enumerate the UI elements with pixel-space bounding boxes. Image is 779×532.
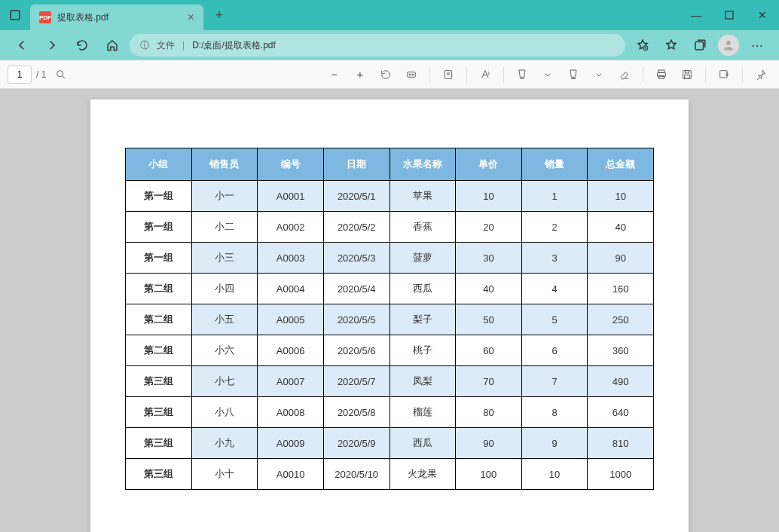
table-cell: A0007 [258, 366, 324, 397]
table-cell: 第二组 [126, 335, 192, 366]
table-cell: 810 [588, 428, 654, 459]
table-cell: 60 [456, 335, 522, 366]
table-cell: 2020/5/2 [323, 212, 390, 243]
forward-button[interactable] [39, 32, 65, 58]
favorite-button[interactable] [630, 32, 655, 58]
table-cell: 第三组 [126, 397, 192, 428]
menu-button[interactable]: ⋯ [744, 32, 770, 58]
table-row: 第一组小一A00012020/5/1苹果10110 [126, 181, 654, 212]
info-icon: ⓘ [140, 39, 149, 52]
title-bar: PDF 提取表格.pdf × + — ✕ [0, 0, 779, 30]
table-cell: 7 [521, 366, 588, 397]
table-row: 第二组小五A00052020/5/5梨子505250 [126, 304, 654, 335]
svg-rect-6 [408, 72, 416, 77]
table-header: 小组 [126, 148, 192, 181]
save-button[interactable] [677, 64, 698, 85]
url-info-label: 文件 [157, 39, 175, 52]
browser-tab[interactable]: PDF 提取表格.pdf × [30, 5, 203, 30]
table-cell: 西瓜 [390, 274, 456, 304]
search-icon[interactable] [50, 64, 72, 85]
favorites-list-button[interactable] [658, 32, 684, 58]
svg-rect-0 [11, 11, 20, 20]
table-cell: 2020/5/10 [323, 459, 390, 490]
table-cell: 榴莲 [390, 397, 456, 428]
fit-page-button[interactable] [401, 64, 422, 85]
read-aloud-button[interactable] [475, 64, 496, 85]
chevron-down-icon[interactable] [537, 64, 558, 85]
table-row: 第三组小九A00092020/5/9西瓜909810 [126, 428, 654, 459]
table-cell: 640 [588, 397, 654, 428]
table-row: 第三组小七A00072020/5/7凤梨707490 [126, 366, 654, 397]
close-tab-icon[interactable]: × [188, 11, 194, 24]
table-cell: 第二组 [126, 274, 192, 304]
table-cell: 90 [588, 243, 654, 274]
table-header: 水果名称 [390, 148, 456, 181]
table-cell: 20 [456, 212, 522, 243]
svg-rect-15 [685, 75, 690, 78]
svg-point-7 [409, 74, 411, 75]
minimize-button[interactable]: — [680, 0, 713, 30]
zoom-out-button[interactable]: − [324, 64, 345, 85]
table-cell: A0001 [258, 181, 324, 212]
collections-button[interactable] [687, 32, 713, 58]
profile-button[interactable] [716, 32, 741, 58]
table-cell: 6 [521, 335, 588, 366]
table-cell: 小二 [191, 212, 258, 243]
pdf-viewport[interactable]: 小组销售员编号日期水果名称单价销量总金额 第一组小一A00012020/5/1苹… [0, 89, 779, 532]
home-button[interactable] [99, 32, 125, 58]
highlight-button[interactable] [512, 64, 533, 85]
table-cell: 凤梨 [390, 366, 456, 397]
erase-button[interactable] [614, 64, 635, 85]
svg-rect-10 [658, 70, 664, 72]
maximize-button[interactable] [713, 0, 746, 30]
new-tab-button[interactable]: + [208, 4, 231, 26]
table-header: 总金额 [588, 148, 654, 181]
table-cell: 2020/5/1 [323, 181, 390, 212]
pdf-file-icon: PDF [39, 11, 51, 23]
svg-rect-1 [726, 11, 733, 19]
table-cell: 2 [521, 212, 588, 243]
svg-rect-3 [695, 42, 704, 50]
refresh-button[interactable] [69, 32, 95, 58]
table-cell: 小一 [191, 181, 258, 212]
zoom-in-button[interactable]: + [350, 64, 371, 85]
close-window-button[interactable]: ✕ [746, 0, 779, 30]
table-cell: 小五 [191, 304, 258, 335]
table-cell: 2020/5/8 [323, 397, 390, 428]
table-cell: 西瓜 [390, 428, 456, 459]
table-cell: 2020/5/4 [323, 274, 390, 304]
table-cell: 第二组 [126, 304, 192, 335]
draw-button[interactable] [563, 64, 584, 85]
chevron-down-icon[interactable] [588, 64, 609, 85]
table-cell: 10 [456, 181, 522, 212]
table-cell: 70 [456, 366, 522, 397]
url-bar[interactable]: ⓘ 文件 | D:/桌面/提取表格.pdf [130, 34, 625, 57]
table-cell: A0004 [258, 274, 324, 304]
data-table: 小组销售员编号日期水果名称单价销量总金额 第一组小一A00012020/5/1苹… [125, 148, 654, 490]
table-cell: 小十 [191, 459, 258, 490]
table-cell: 小六 [191, 335, 258, 366]
table-cell: 香蕉 [390, 212, 456, 243]
rotate-button[interactable] [375, 64, 396, 85]
table-cell: 9 [521, 428, 588, 459]
navigation-bar: ⓘ 文件 | D:/桌面/提取表格.pdf ⋯ [0, 30, 779, 60]
table-cell: A0009 [258, 428, 324, 459]
table-cell: 第三组 [126, 428, 192, 459]
table-cell: 100 [456, 459, 522, 490]
page-number-input[interactable] [8, 66, 32, 84]
save-as-button[interactable] [713, 64, 735, 85]
url-divider: | [182, 40, 185, 50]
table-cell: 360 [588, 335, 654, 366]
table-cell: A0006 [258, 335, 324, 366]
window-app-icon [0, 9, 30, 21]
back-button[interactable] [9, 32, 35, 58]
table-cell: 490 [588, 366, 654, 397]
print-button[interactable] [651, 64, 672, 85]
page-view-button[interactable] [438, 64, 459, 85]
svg-point-4 [726, 41, 731, 45]
url-path: D:/桌面/提取表格.pdf [192, 39, 276, 52]
table-cell: 第三组 [126, 366, 192, 397]
table-header-row: 小组销售员编号日期水果名称单价销量总金额 [126, 148, 654, 181]
pin-toolbar-button[interactable] [750, 64, 771, 85]
table-header: 销售员 [191, 148, 258, 181]
